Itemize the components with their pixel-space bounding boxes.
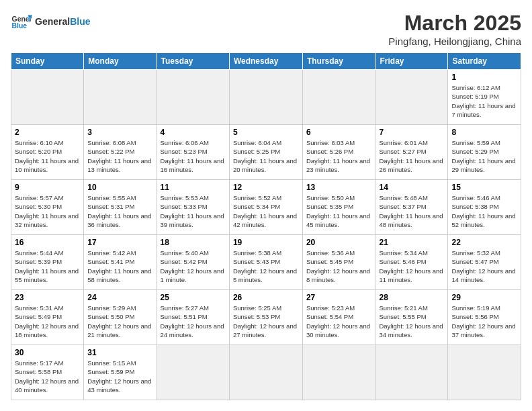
- day-info: Sunrise: 5:32 AM Sunset: 5:47 PM Dayligh…: [451, 248, 517, 284]
- calendar-day-cell: 11Sunrise: 5:53 AM Sunset: 5:33 PM Dayli…: [157, 180, 229, 235]
- svg-text:Blue: Blue: [12, 22, 28, 30]
- calendar-day-cell: 30Sunrise: 5:17 AM Sunset: 5:58 PM Dayli…: [11, 345, 84, 400]
- calendar-day-cell: [375, 345, 448, 400]
- day-info: Sunrise: 5:25 AM Sunset: 5:53 PM Dayligh…: [233, 304, 299, 339]
- day-number: 16: [15, 238, 80, 247]
- calendar-day-cell: [157, 70, 229, 125]
- day-info: Sunrise: 6:06 AM Sunset: 5:23 PM Dayligh…: [161, 138, 226, 174]
- day-info: Sunrise: 5:42 AM Sunset: 5:41 PM Dayligh…: [87, 248, 152, 284]
- calendar-day-cell: 7Sunrise: 6:01 AM Sunset: 5:27 PM Daylig…: [375, 125, 448, 180]
- day-info: Sunrise: 5:48 AM Sunset: 5:37 PM Dayligh…: [379, 193, 444, 229]
- day-info: Sunrise: 5:15 AM Sunset: 5:59 PM Dayligh…: [87, 359, 152, 394]
- day-number: 25: [161, 293, 226, 302]
- day-number: 8: [451, 128, 517, 137]
- day-info: Sunrise: 6:10 AM Sunset: 5:20 PM Dayligh…: [15, 138, 80, 174]
- day-number: 6: [306, 128, 372, 137]
- weekday-header: Tuesday: [157, 53, 229, 70]
- day-number: 17: [87, 238, 152, 247]
- calendar-week-row: 2Sunrise: 6:10 AM Sunset: 5:20 PM Daylig…: [11, 125, 521, 180]
- day-info: Sunrise: 5:53 AM Sunset: 5:33 PM Dayligh…: [161, 193, 226, 229]
- day-number: 18: [161, 238, 226, 247]
- day-number: 10: [87, 183, 152, 192]
- calendar-day-cell: 18Sunrise: 5:40 AM Sunset: 5:42 PM Dayli…: [157, 235, 229, 290]
- day-info: Sunrise: 5:19 AM Sunset: 5:56 PM Dayligh…: [451, 304, 517, 339]
- calendar-day-cell: 17Sunrise: 5:42 AM Sunset: 5:41 PM Dayli…: [84, 235, 157, 290]
- calendar-week-row: 23Sunrise: 5:31 AM Sunset: 5:49 PM Dayli…: [11, 290, 521, 345]
- day-number: 28: [379, 293, 444, 302]
- day-number: 24: [87, 293, 152, 302]
- day-number: 20: [306, 238, 372, 247]
- calendar-day-cell: 27Sunrise: 5:23 AM Sunset: 5:54 PM Dayli…: [302, 290, 375, 345]
- day-info: Sunrise: 6:01 AM Sunset: 5:27 PM Dayligh…: [379, 138, 444, 174]
- weekday-header: Friday: [375, 53, 448, 70]
- calendar-day-cell: 4Sunrise: 6:06 AM Sunset: 5:23 PM Daylig…: [157, 125, 229, 180]
- day-info: Sunrise: 5:17 AM Sunset: 5:58 PM Dayligh…: [15, 359, 80, 394]
- location-subtitle: Pingfang, Heilongjiang, China: [388, 36, 521, 47]
- calendar-day-cell: [229, 345, 302, 400]
- calendar-day-cell: 31Sunrise: 5:15 AM Sunset: 5:59 PM Dayli…: [84, 345, 157, 400]
- day-info: Sunrise: 5:50 AM Sunset: 5:35 PM Dayligh…: [306, 193, 372, 229]
- calendar-day-cell: 26Sunrise: 5:25 AM Sunset: 5:53 PM Dayli…: [229, 290, 302, 345]
- calendar-day-cell: 16Sunrise: 5:44 AM Sunset: 5:39 PM Dayli…: [11, 235, 84, 290]
- calendar-day-cell: 9Sunrise: 5:57 AM Sunset: 5:30 PM Daylig…: [11, 180, 84, 235]
- logo-icon: General Blue: [11, 11, 32, 32]
- calendar-day-cell: 3Sunrise: 6:08 AM Sunset: 5:22 PM Daylig…: [84, 125, 157, 180]
- day-info: Sunrise: 5:38 AM Sunset: 5:43 PM Dayligh…: [233, 248, 299, 284]
- day-number: 23: [15, 293, 80, 302]
- calendar-day-cell: 25Sunrise: 5:27 AM Sunset: 5:51 PM Dayli…: [157, 290, 229, 345]
- day-number: 4: [161, 128, 226, 137]
- calendar-day-cell: 2Sunrise: 6:10 AM Sunset: 5:20 PM Daylig…: [11, 125, 84, 180]
- day-info: Sunrise: 5:40 AM Sunset: 5:42 PM Dayligh…: [161, 248, 226, 284]
- day-number: 30: [15, 348, 80, 357]
- calendar-day-cell: [448, 345, 521, 400]
- day-number: 31: [87, 348, 152, 357]
- day-number: 14: [379, 183, 444, 192]
- day-number: 13: [306, 183, 372, 192]
- day-info: Sunrise: 5:57 AM Sunset: 5:30 PM Dayligh…: [15, 193, 80, 229]
- day-info: Sunrise: 5:21 AM Sunset: 5:55 PM Dayligh…: [379, 304, 444, 339]
- day-number: 29: [451, 293, 517, 302]
- day-info: Sunrise: 5:59 AM Sunset: 5:29 PM Dayligh…: [451, 138, 517, 174]
- calendar-day-cell: 20Sunrise: 5:36 AM Sunset: 5:45 PM Dayli…: [302, 235, 375, 290]
- day-number: 19: [233, 238, 299, 247]
- day-info: Sunrise: 5:36 AM Sunset: 5:45 PM Dayligh…: [306, 248, 372, 284]
- weekday-header: Sunday: [11, 53, 84, 70]
- month-title: March 2025: [388, 11, 521, 36]
- calendar-week-row: 16Sunrise: 5:44 AM Sunset: 5:39 PM Dayli…: [11, 235, 521, 290]
- calendar-day-cell: 12Sunrise: 5:52 AM Sunset: 5:34 PM Dayli…: [229, 180, 302, 235]
- logo-general-text: GeneralBlue: [35, 16, 90, 27]
- calendar-table: SundayMondayTuesdayWednesdayThursdayFrid…: [11, 52, 521, 400]
- day-number: 2: [15, 128, 80, 137]
- day-info: Sunrise: 5:27 AM Sunset: 5:51 PM Dayligh…: [161, 304, 226, 339]
- weekday-header: Saturday: [448, 53, 521, 70]
- day-number: 5: [233, 128, 299, 137]
- day-info: Sunrise: 5:23 AM Sunset: 5:54 PM Dayligh…: [306, 304, 372, 339]
- day-info: Sunrise: 5:31 AM Sunset: 5:49 PM Dayligh…: [15, 304, 80, 339]
- day-number: 7: [379, 128, 444, 137]
- weekday-header: Wednesday: [229, 53, 302, 70]
- calendar-day-cell: 22Sunrise: 5:32 AM Sunset: 5:47 PM Dayli…: [448, 235, 521, 290]
- calendar-day-cell: [157, 345, 229, 400]
- day-number: 1: [451, 73, 517, 82]
- calendar-day-cell: 1Sunrise: 6:12 AM Sunset: 5:19 PM Daylig…: [448, 70, 521, 125]
- day-number: 15: [451, 183, 517, 192]
- calendar-day-cell: [11, 70, 84, 125]
- day-number: 3: [87, 128, 152, 137]
- day-number: 26: [233, 293, 299, 302]
- day-number: 27: [306, 293, 372, 302]
- day-number: 11: [161, 183, 226, 192]
- calendar-week-row: 30Sunrise: 5:17 AM Sunset: 5:58 PM Dayli…: [11, 345, 521, 400]
- calendar-day-cell: 6Sunrise: 6:03 AM Sunset: 5:26 PM Daylig…: [302, 125, 375, 180]
- logo: General Blue GeneralBlue: [11, 11, 90, 32]
- calendar-day-cell: 24Sunrise: 5:29 AM Sunset: 5:50 PM Dayli…: [84, 290, 157, 345]
- day-info: Sunrise: 5:52 AM Sunset: 5:34 PM Dayligh…: [233, 193, 299, 229]
- calendar-day-cell: [375, 70, 448, 125]
- calendar-week-row: 9Sunrise: 5:57 AM Sunset: 5:30 PM Daylig…: [11, 180, 521, 235]
- day-info: Sunrise: 5:34 AM Sunset: 5:46 PM Dayligh…: [379, 248, 444, 284]
- calendar-day-cell: 23Sunrise: 5:31 AM Sunset: 5:49 PM Dayli…: [11, 290, 84, 345]
- header: General Blue GeneralBlue March 2025 Ping…: [11, 11, 521, 47]
- day-info: Sunrise: 6:08 AM Sunset: 5:22 PM Dayligh…: [87, 138, 152, 174]
- day-number: 21: [379, 238, 444, 247]
- calendar-day-cell: [302, 345, 375, 400]
- calendar-day-cell: [302, 70, 375, 125]
